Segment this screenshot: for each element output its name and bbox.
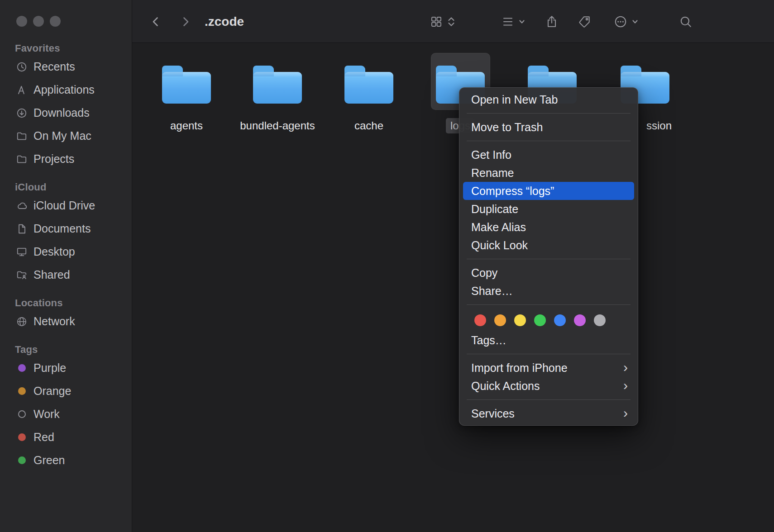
menu-item-share[interactable]: Share… bbox=[463, 282, 634, 300]
menu-item-quick-look[interactable]: Quick Look bbox=[463, 236, 634, 254]
sidebar-item-tag-purple[interactable]: Purple bbox=[0, 356, 132, 380]
menu-item-rename[interactable]: Rename bbox=[463, 164, 634, 182]
folder-icon bbox=[157, 53, 216, 110]
sidebar-item-label: Network bbox=[33, 315, 75, 328]
sidebar-item-network[interactable]: Network bbox=[0, 310, 132, 333]
folder-cache[interactable]: cache bbox=[336, 53, 401, 133]
menu-item-move-to-trash[interactable]: Move to Trash bbox=[463, 118, 634, 136]
share-button[interactable] bbox=[545, 0, 559, 43]
sidebar-item-label: Purple bbox=[33, 361, 66, 375]
window-controls bbox=[16, 16, 61, 27]
sidebar-item-projects[interactable]: Projects bbox=[0, 147, 132, 171]
folder-agents[interactable]: agents bbox=[154, 53, 219, 133]
toolbar: .zcode bbox=[132, 0, 774, 43]
sidebar-sections: Favorites Recents Applications Downloads bbox=[0, 0, 132, 472]
menu-item-make-alias[interactable]: Make Alias bbox=[463, 218, 634, 236]
sidebar-item-applications[interactable]: Applications bbox=[0, 78, 132, 101]
folder-label: ssion bbox=[642, 118, 676, 133]
menu-separator bbox=[467, 141, 631, 141]
menu-tag-yellow[interactable] bbox=[514, 314, 526, 326]
sidebar-item-tag-green[interactable]: Green bbox=[0, 449, 132, 472]
menu-item-get-info[interactable]: Get Info bbox=[463, 146, 634, 164]
folder-bundled-agents[interactable]: bundled-agents bbox=[245, 53, 310, 133]
menu-item-compress-logs[interactable]: Compress “logs” bbox=[463, 182, 634, 200]
chevron-down-icon bbox=[631, 18, 639, 26]
menu-item-import-from-iphone[interactable]: Import from iPhone › bbox=[463, 359, 634, 377]
folder-label: agents bbox=[166, 118, 207, 133]
menu-item-tags[interactable]: Tags… bbox=[463, 331, 634, 349]
sidebar-section-favorites: Favorites Recents Applications Downloads bbox=[0, 42, 132, 171]
sidebar-item-shared[interactable]: Shared bbox=[0, 263, 132, 286]
grid-view-icon bbox=[430, 15, 443, 28]
sidebar-item-documents[interactable]: Documents bbox=[0, 217, 132, 240]
menu-separator bbox=[467, 113, 631, 114]
menu-tag-blue[interactable] bbox=[554, 314, 566, 326]
clock-icon bbox=[16, 61, 28, 73]
menu-item-open-in-new-tab[interactable]: Open in New Tab bbox=[463, 90, 634, 109]
chevron-left-icon bbox=[149, 15, 162, 28]
menu-separator bbox=[467, 304, 631, 305]
more-actions-button[interactable] bbox=[614, 0, 639, 43]
menu-separator bbox=[467, 399, 631, 400]
purple-tag-dot-icon bbox=[16, 362, 28, 374]
sidebar-item-label: Work bbox=[33, 408, 60, 421]
folder-icon bbox=[16, 130, 28, 142]
share-icon bbox=[545, 15, 559, 28]
menu-item-services[interactable]: Services › bbox=[463, 404, 634, 423]
search-icon bbox=[679, 15, 693, 28]
menu-separator bbox=[467, 259, 631, 259]
menu-item-duplicate[interactable]: Duplicate bbox=[463, 200, 634, 218]
sidebar-item-recents[interactable]: Recents bbox=[0, 55, 132, 78]
sidebar-item-label: Projects bbox=[33, 152, 74, 166]
menu-tag-purple[interactable] bbox=[574, 314, 586, 326]
tag-icon bbox=[578, 15, 591, 28]
sidebar-item-tag-red[interactable]: Red bbox=[0, 426, 132, 449]
zoom-window-button[interactable] bbox=[50, 16, 61, 27]
menu-tag-green[interactable] bbox=[534, 314, 546, 326]
sidebar-item-on-my-mac[interactable]: On My Mac bbox=[0, 124, 132, 147]
red-tag-dot-icon bbox=[16, 432, 28, 443]
sidebar-item-desktop[interactable]: Desktop bbox=[0, 240, 132, 263]
menu-item-copy[interactable]: Copy bbox=[463, 264, 634, 282]
menu-item-quick-actions[interactable]: Quick Actions › bbox=[463, 377, 634, 395]
section-title: Locations bbox=[0, 296, 132, 310]
minimize-window-button[interactable] bbox=[33, 16, 44, 27]
sidebar-item-icloud-drive[interactable]: iCloud Drive bbox=[0, 194, 132, 217]
section-title: Favorites bbox=[0, 42, 132, 55]
sidebar-item-tag-orange[interactable]: Orange bbox=[0, 380, 132, 403]
sidebar-item-label: Red bbox=[33, 431, 54, 444]
group-by-button[interactable] bbox=[502, 0, 526, 43]
desktop-icon bbox=[16, 246, 28, 258]
menu-tag-colors bbox=[459, 309, 638, 331]
sidebar-section-tags: Tags Purple Orange Work Red Green bbox=[0, 343, 132, 472]
section-title: Tags bbox=[0, 343, 132, 356]
folder-label: cache bbox=[350, 118, 388, 133]
sidebar-item-label: Shared bbox=[33, 268, 70, 281]
search-button[interactable] bbox=[679, 0, 693, 43]
menu-tag-orange[interactable] bbox=[494, 314, 506, 326]
chevron-down-icon bbox=[518, 18, 526, 26]
context-menu: Open in New Tab Move to Trash Get Info R… bbox=[459, 87, 638, 426]
globe-icon bbox=[16, 316, 28, 328]
menu-tag-gray[interactable] bbox=[594, 314, 606, 326]
shared-folder-icon bbox=[16, 269, 28, 281]
view-mode-button[interactable] bbox=[430, 0, 456, 43]
green-tag-dot-icon bbox=[16, 455, 28, 466]
back-button[interactable] bbox=[149, 0, 162, 43]
cloud-icon bbox=[16, 200, 28, 212]
file-grid: agents bundled-agents cache logs ssion bbox=[132, 43, 774, 532]
sidebar-item-label: On My Mac bbox=[33, 129, 91, 142]
menu-tag-red[interactable] bbox=[474, 314, 486, 326]
sidebar-item-label: Green bbox=[33, 454, 65, 467]
tags-button[interactable] bbox=[578, 0, 591, 43]
close-window-button[interactable] bbox=[16, 16, 27, 27]
menu-separator bbox=[467, 354, 631, 354]
section-title: iCloud bbox=[0, 180, 132, 194]
forward-button[interactable] bbox=[179, 0, 192, 43]
sidebar-section-locations: Locations Network bbox=[0, 296, 132, 333]
folder-icon bbox=[248, 53, 307, 110]
submenu-chevron-icon: › bbox=[623, 404, 628, 423]
sidebar-item-downloads[interactable]: Downloads bbox=[0, 101, 132, 124]
sidebar-item-tag-work[interactable]: Work bbox=[0, 403, 132, 426]
orange-tag-dot-icon bbox=[16, 385, 28, 397]
